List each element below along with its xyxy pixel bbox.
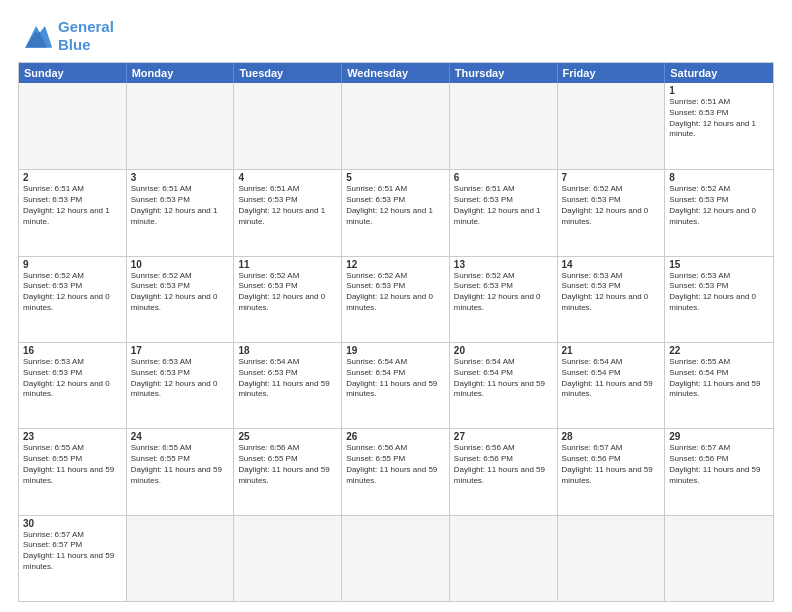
logo-text: GeneralBlue <box>58 18 114 54</box>
calendar-cell: 6Sunrise: 6:51 AM Sunset: 6:53 PM Daylig… <box>450 170 558 255</box>
day-number: 14 <box>562 259 661 270</box>
day-number: 22 <box>669 345 769 356</box>
calendar-cell: 14Sunrise: 6:53 AM Sunset: 6:53 PM Dayli… <box>558 257 666 342</box>
day-number: 4 <box>238 172 337 183</box>
calendar-cell: 19Sunrise: 6:54 AM Sunset: 6:54 PM Dayli… <box>342 343 450 428</box>
logo-icon <box>18 22 54 50</box>
day-number: 2 <box>23 172 122 183</box>
calendar-cell: 18Sunrise: 6:54 AM Sunset: 6:53 PM Dayli… <box>234 343 342 428</box>
day-info: Sunrise: 6:52 AM Sunset: 6:53 PM Dayligh… <box>454 271 553 314</box>
day-number: 5 <box>346 172 445 183</box>
calendar-cell: 30Sunrise: 6:57 AM Sunset: 6:57 PM Dayli… <box>19 516 127 601</box>
calendar-cell: 13Sunrise: 6:52 AM Sunset: 6:53 PM Dayli… <box>450 257 558 342</box>
calendar-cell: 16Sunrise: 6:53 AM Sunset: 6:53 PM Dayli… <box>19 343 127 428</box>
calendar-cell: 28Sunrise: 6:57 AM Sunset: 6:56 PM Dayli… <box>558 429 666 514</box>
calendar-cell <box>665 516 773 601</box>
day-number: 12 <box>346 259 445 270</box>
day-number: 15 <box>669 259 769 270</box>
day-number: 26 <box>346 431 445 442</box>
calendar-cell: 17Sunrise: 6:53 AM Sunset: 6:53 PM Dayli… <box>127 343 235 428</box>
day-info: Sunrise: 6:57 AM Sunset: 6:56 PM Dayligh… <box>669 443 769 486</box>
calendar-cell: 29Sunrise: 6:57 AM Sunset: 6:56 PM Dayli… <box>665 429 773 514</box>
calendar-row-1: 2Sunrise: 6:51 AM Sunset: 6:53 PM Daylig… <box>19 169 773 255</box>
day-info: Sunrise: 6:57 AM Sunset: 6:56 PM Dayligh… <box>562 443 661 486</box>
day-number: 10 <box>131 259 230 270</box>
calendar-cell: 25Sunrise: 6:56 AM Sunset: 6:55 PM Dayli… <box>234 429 342 514</box>
header-day-wednesday: Wednesday <box>342 63 450 83</box>
calendar-header: SundayMondayTuesdayWednesdayThursdayFrid… <box>19 63 773 83</box>
calendar-cell <box>234 83 342 169</box>
header-day-tuesday: Tuesday <box>234 63 342 83</box>
calendar-cell: 7Sunrise: 6:52 AM Sunset: 6:53 PM Daylig… <box>558 170 666 255</box>
calendar-cell: 8Sunrise: 6:52 AM Sunset: 6:53 PM Daylig… <box>665 170 773 255</box>
calendar-cell: 5Sunrise: 6:51 AM Sunset: 6:53 PM Daylig… <box>342 170 450 255</box>
calendar-cell: 21Sunrise: 6:54 AM Sunset: 6:54 PM Dayli… <box>558 343 666 428</box>
header-day-monday: Monday <box>127 63 235 83</box>
day-number: 3 <box>131 172 230 183</box>
day-number: 17 <box>131 345 230 356</box>
calendar-cell: 3Sunrise: 6:51 AM Sunset: 6:53 PM Daylig… <box>127 170 235 255</box>
calendar-row-5: 30Sunrise: 6:57 AM Sunset: 6:57 PM Dayli… <box>19 515 773 601</box>
calendar-row-0: 1Sunrise: 6:51 AM Sunset: 6:53 PM Daylig… <box>19 83 773 169</box>
day-info: Sunrise: 6:53 AM Sunset: 6:53 PM Dayligh… <box>562 271 661 314</box>
calendar-row-4: 23Sunrise: 6:55 AM Sunset: 6:55 PM Dayli… <box>19 428 773 514</box>
day-number: 30 <box>23 518 122 529</box>
day-info: Sunrise: 6:51 AM Sunset: 6:53 PM Dayligh… <box>131 184 230 227</box>
header: GeneralBlue <box>18 18 774 54</box>
calendar-cell <box>450 83 558 169</box>
day-info: Sunrise: 6:56 AM Sunset: 6:55 PM Dayligh… <box>346 443 445 486</box>
day-info: Sunrise: 6:51 AM Sunset: 6:53 PM Dayligh… <box>669 97 769 140</box>
calendar-cell <box>127 83 235 169</box>
page: GeneralBlue SundayMondayTuesdayWednesday… <box>0 0 792 612</box>
header-day-saturday: Saturday <box>665 63 773 83</box>
day-number: 13 <box>454 259 553 270</box>
calendar-row-3: 16Sunrise: 6:53 AM Sunset: 6:53 PM Dayli… <box>19 342 773 428</box>
day-info: Sunrise: 6:56 AM Sunset: 6:56 PM Dayligh… <box>454 443 553 486</box>
calendar-cell: 27Sunrise: 6:56 AM Sunset: 6:56 PM Dayli… <box>450 429 558 514</box>
day-info: Sunrise: 6:54 AM Sunset: 6:54 PM Dayligh… <box>454 357 553 400</box>
day-number: 11 <box>238 259 337 270</box>
header-day-thursday: Thursday <box>450 63 558 83</box>
day-number: 19 <box>346 345 445 356</box>
day-number: 23 <box>23 431 122 442</box>
calendar-cell <box>342 516 450 601</box>
calendar-cell <box>558 516 666 601</box>
day-info: Sunrise: 6:54 AM Sunset: 6:54 PM Dayligh… <box>346 357 445 400</box>
header-day-sunday: Sunday <box>19 63 127 83</box>
calendar: SundayMondayTuesdayWednesdayThursdayFrid… <box>18 62 774 602</box>
day-info: Sunrise: 6:51 AM Sunset: 6:53 PM Dayligh… <box>23 184 122 227</box>
calendar-cell <box>234 516 342 601</box>
day-number: 24 <box>131 431 230 442</box>
day-info: Sunrise: 6:51 AM Sunset: 6:53 PM Dayligh… <box>346 184 445 227</box>
header-day-friday: Friday <box>558 63 666 83</box>
day-number: 20 <box>454 345 553 356</box>
calendar-cell: 23Sunrise: 6:55 AM Sunset: 6:55 PM Dayli… <box>19 429 127 514</box>
day-number: 29 <box>669 431 769 442</box>
day-number: 28 <box>562 431 661 442</box>
day-info: Sunrise: 6:57 AM Sunset: 6:57 PM Dayligh… <box>23 530 122 573</box>
day-info: Sunrise: 6:52 AM Sunset: 6:53 PM Dayligh… <box>669 184 769 227</box>
calendar-row-2: 9Sunrise: 6:52 AM Sunset: 6:53 PM Daylig… <box>19 256 773 342</box>
day-number: 9 <box>23 259 122 270</box>
day-info: Sunrise: 6:54 AM Sunset: 6:54 PM Dayligh… <box>562 357 661 400</box>
day-info: Sunrise: 6:55 AM Sunset: 6:55 PM Dayligh… <box>23 443 122 486</box>
day-info: Sunrise: 6:55 AM Sunset: 6:54 PM Dayligh… <box>669 357 769 400</box>
calendar-cell: 1Sunrise: 6:51 AM Sunset: 6:53 PM Daylig… <box>665 83 773 169</box>
calendar-cell: 24Sunrise: 6:55 AM Sunset: 6:55 PM Dayli… <box>127 429 235 514</box>
day-number: 25 <box>238 431 337 442</box>
calendar-cell: 11Sunrise: 6:52 AM Sunset: 6:53 PM Dayli… <box>234 257 342 342</box>
calendar-cell: 20Sunrise: 6:54 AM Sunset: 6:54 PM Dayli… <box>450 343 558 428</box>
day-info: Sunrise: 6:55 AM Sunset: 6:55 PM Dayligh… <box>131 443 230 486</box>
calendar-cell: 2Sunrise: 6:51 AM Sunset: 6:53 PM Daylig… <box>19 170 127 255</box>
day-info: Sunrise: 6:51 AM Sunset: 6:53 PM Dayligh… <box>238 184 337 227</box>
logo: GeneralBlue <box>18 18 114 54</box>
day-number: 21 <box>562 345 661 356</box>
calendar-cell: 9Sunrise: 6:52 AM Sunset: 6:53 PM Daylig… <box>19 257 127 342</box>
day-info: Sunrise: 6:56 AM Sunset: 6:55 PM Dayligh… <box>238 443 337 486</box>
calendar-cell: 4Sunrise: 6:51 AM Sunset: 6:53 PM Daylig… <box>234 170 342 255</box>
day-number: 8 <box>669 172 769 183</box>
calendar-cell <box>127 516 235 601</box>
calendar-cell <box>19 83 127 169</box>
calendar-cell: 15Sunrise: 6:53 AM Sunset: 6:53 PM Dayli… <box>665 257 773 342</box>
calendar-cell: 22Sunrise: 6:55 AM Sunset: 6:54 PM Dayli… <box>665 343 773 428</box>
